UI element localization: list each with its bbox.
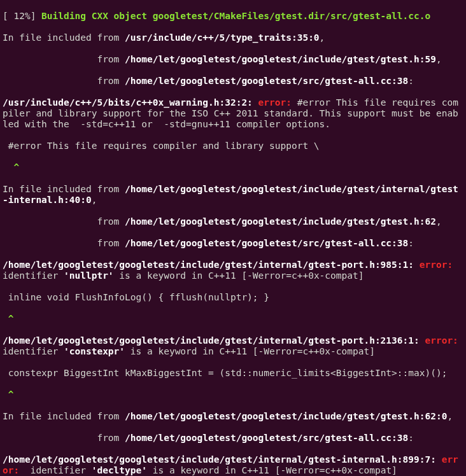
build-progress: [ 12%] xyxy=(3,11,41,21)
terminal-output: [ 12%] Building CXX object googletest/CM… xyxy=(0,10,466,477)
build-status: Building CXX object googletest/CMakeFile… xyxy=(41,11,430,21)
caret-marker: ^ xyxy=(3,162,19,172)
error-label: error: xyxy=(258,97,292,108)
